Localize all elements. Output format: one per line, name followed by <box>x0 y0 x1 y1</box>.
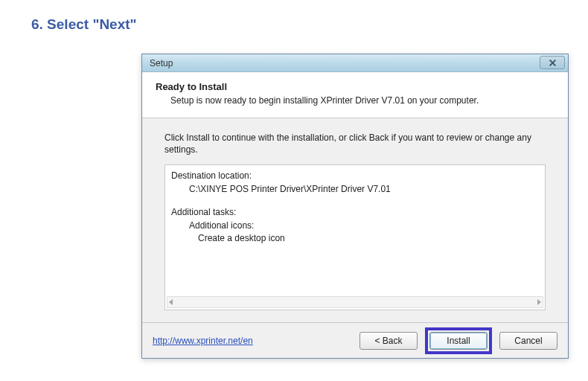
header-subtitle: Setup is now ready to begin installing X… <box>156 95 535 106</box>
close-icon <box>549 59 557 67</box>
setup-dialog: Setup Ready to Install Setup is now read… <box>141 54 569 359</box>
window-title: Setup <box>150 58 173 68</box>
scroll-left-icon <box>169 299 173 305</box>
horizontal-scrollbar[interactable] <box>167 296 543 308</box>
body-text: Click Install to continue with the insta… <box>164 132 546 156</box>
install-highlight: Install <box>425 327 492 354</box>
close-button[interactable] <box>540 56 565 69</box>
tasks-item: Create a desktop icon <box>171 232 539 245</box>
dest-label: Destination location: <box>171 170 539 182</box>
summary-box: Destination location: C:\XINYE POS Print… <box>164 164 546 310</box>
tasks-sub: Additional icons: <box>171 220 539 232</box>
back-button[interactable]: < Back <box>359 332 418 350</box>
cancel-button[interactable]: Cancel <box>499 332 557 350</box>
footer: http://www.xprinter.net/en < Back Instal… <box>142 322 568 358</box>
titlebar: Setup <box>142 54 568 72</box>
header-panel: Ready to Install Setup is now ready to b… <box>142 72 568 118</box>
scroll-right-icon <box>537 299 541 305</box>
header-title: Ready to Install <box>156 81 535 92</box>
instruction-step: 6. Select "Next" <box>0 0 588 33</box>
body-panel: Click Install to continue with the insta… <box>142 118 568 316</box>
vendor-link[interactable]: http://www.xprinter.net/en <box>153 336 352 346</box>
install-button[interactable]: Install <box>429 332 488 350</box>
dest-value: C:\XINYE POS Printer Driver\XPrinter Dri… <box>171 183 539 196</box>
tasks-label: Additional tasks: <box>171 206 539 219</box>
